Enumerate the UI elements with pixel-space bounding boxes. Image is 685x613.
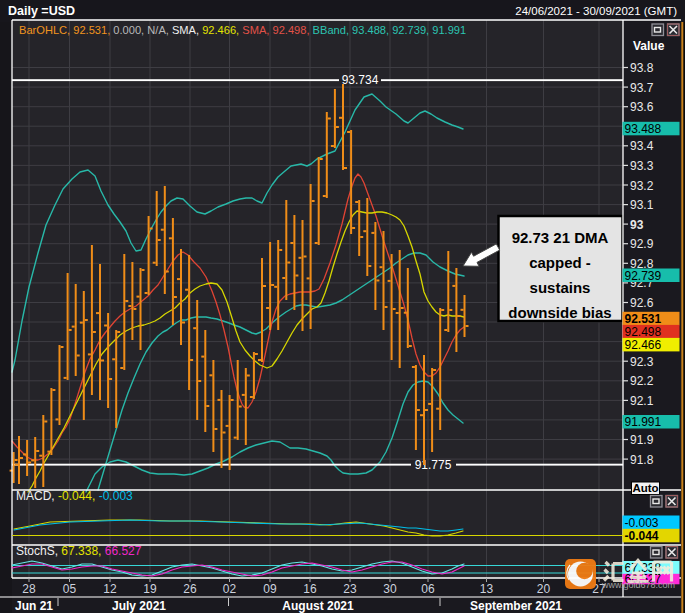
svg-text:92.531: 92.531 bbox=[625, 312, 662, 326]
svg-text:92.498: 92.498 bbox=[625, 325, 662, 339]
svg-text:93.6: 93.6 bbox=[630, 100, 654, 114]
svg-text:93.3: 93.3 bbox=[630, 159, 654, 173]
svg-text:91.775: 91.775 bbox=[415, 458, 452, 472]
svg-text:downside bias: downside bias bbox=[508, 304, 611, 321]
svg-text:93.4: 93.4 bbox=[630, 139, 654, 153]
svg-text:30: 30 bbox=[383, 582, 397, 596]
svg-text:92.73 21 DMA: 92.73 21 DMA bbox=[512, 229, 609, 246]
svg-text:92.3: 92.3 bbox=[630, 355, 654, 369]
svg-text:19: 19 bbox=[143, 582, 157, 596]
svg-text:92.1: 92.1 bbox=[630, 394, 654, 408]
svg-text:capped -: capped - bbox=[529, 254, 591, 271]
svg-text:93.2: 93.2 bbox=[630, 179, 654, 193]
svg-text:91.9: 91.9 bbox=[630, 433, 654, 447]
svg-text:Jun 21: Jun 21 bbox=[15, 599, 53, 613]
svg-text:92.9: 92.9 bbox=[630, 237, 654, 251]
svg-text:12: 12 bbox=[103, 582, 117, 596]
svg-text:23: 23 bbox=[343, 582, 357, 596]
svg-text:-0.044: -0.044 bbox=[625, 529, 659, 543]
svg-text:September 2021: September 2021 bbox=[470, 599, 562, 613]
svg-text:BarOHLC, 92.531, 0.000, N/A, S: BarOHLC, 92.531, 0.000, N/A, SMA, 92.466… bbox=[19, 24, 466, 36]
svg-text:24/06/2021 - 30/09/2021 (GMT): 24/06/2021 - 30/09/2021 (GMT) bbox=[515, 5, 677, 17]
svg-text:92.6: 92.6 bbox=[630, 296, 654, 310]
svg-text:93: 93 bbox=[630, 218, 644, 232]
svg-text:MACD, -0.044, -0.003: MACD, -0.044, -0.003 bbox=[16, 489, 133, 503]
svg-text:StochS, 67.338, 66.527: StochS, 67.338, 66.527 bbox=[16, 544, 142, 558]
svg-text:02: 02 bbox=[223, 582, 237, 596]
svg-text:93.8: 93.8 bbox=[630, 61, 654, 75]
svg-text:93.7: 93.7 bbox=[630, 81, 654, 95]
svg-text:93.1: 93.1 bbox=[630, 198, 654, 212]
svg-text:92.2: 92.2 bbox=[630, 374, 654, 388]
svg-text:26: 26 bbox=[183, 582, 197, 596]
svg-text:92.739: 92.739 bbox=[625, 269, 662, 283]
svg-text:www.gold678.com: www.gold678.com bbox=[601, 580, 675, 590]
svg-text:Value: Value bbox=[633, 39, 665, 53]
svg-text:93.734: 93.734 bbox=[342, 73, 379, 87]
svg-text:92.466: 92.466 bbox=[625, 338, 662, 352]
svg-text:91.991: 91.991 bbox=[625, 415, 662, 429]
svg-text:Daily =USD: Daily =USD bbox=[8, 4, 75, 18]
svg-text:05: 05 bbox=[63, 582, 77, 596]
svg-text:28: 28 bbox=[22, 582, 36, 596]
svg-text:16: 16 bbox=[303, 582, 317, 596]
svg-text:-0.003: -0.003 bbox=[625, 516, 659, 530]
svg-text:13: 13 bbox=[480, 582, 494, 596]
svg-text:91.8: 91.8 bbox=[630, 453, 654, 467]
svg-text:09: 09 bbox=[263, 582, 277, 596]
svg-text:06: 06 bbox=[421, 582, 435, 596]
svg-text:July 2021: July 2021 bbox=[112, 599, 166, 613]
svg-text:20: 20 bbox=[537, 582, 551, 596]
svg-text:Auto: Auto bbox=[632, 482, 658, 494]
svg-text:sustains: sustains bbox=[530, 279, 591, 296]
svg-text:August 2021: August 2021 bbox=[282, 599, 354, 613]
svg-text:93.488: 93.488 bbox=[625, 122, 662, 136]
